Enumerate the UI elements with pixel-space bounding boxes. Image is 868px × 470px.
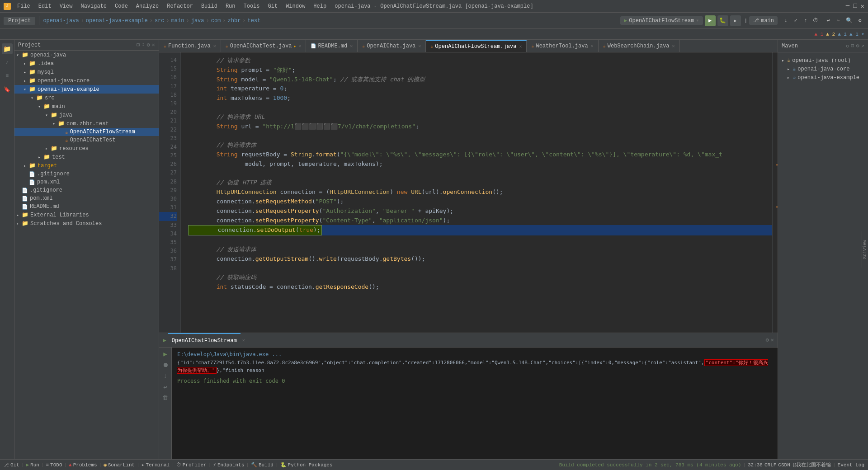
tree-item-target[interactable]: ▸ 📁 target xyxy=(14,161,159,170)
run-settings-icon[interactable]: ⚙ xyxy=(766,337,769,343)
toolbar-search-btn[interactable]: 🔍 xyxy=(844,16,854,25)
tree-item-flowstream[interactable]: ☕ OpenAIChatFlowStream xyxy=(14,128,159,136)
run-output-content[interactable]: E:\develop\Java\bin\java.exe ... {"id":"… xyxy=(172,348,778,459)
run-trash-icon[interactable]: 🗑 xyxy=(162,395,168,401)
maven-item-core[interactable]: ▸ ☕ openai-java-core xyxy=(780,65,866,73)
minimize-button[interactable]: ─ xyxy=(846,2,849,10)
status-todo[interactable]: ≡ TODO xyxy=(46,462,62,468)
menu-view[interactable]: View xyxy=(56,2,76,10)
code-content[interactable]: // 请求参数 String prompt = "你好"; String mod… xyxy=(181,52,772,333)
run-panel-tab[interactable]: OpenAIChatFlowStream xyxy=(168,333,241,347)
code-editor[interactable]: 1415161718 1920212223 2425262728 293031 … xyxy=(159,52,778,333)
maven-refresh-icon[interactable]: ↻ xyxy=(846,42,849,49)
menu-run[interactable]: Run xyxy=(222,2,239,10)
tree-item-resources[interactable]: ▸ 📁 resources xyxy=(14,144,159,153)
tree-item-ext-libs[interactable]: ▸ 📁 External Libraries xyxy=(14,211,159,219)
status-run[interactable]: ▶ Run xyxy=(26,462,39,468)
status-git[interactable]: ⎇ Git xyxy=(4,462,19,468)
run-scroll-icon[interactable]: ↓ xyxy=(163,372,167,380)
tree-item-core[interactable]: ▸ 📁 openai-java-core xyxy=(14,76,159,85)
maven-expand-icon[interactable]: ↗ xyxy=(861,42,864,49)
menu-analyze[interactable]: Analyze xyxy=(132,2,162,10)
status-terminal[interactable]: ▸ Terminal xyxy=(142,462,170,468)
commit-icon[interactable]: ✓ xyxy=(2,57,13,68)
menu-tools[interactable]: Tools xyxy=(240,2,264,10)
run-panel-close[interactable]: ✕ xyxy=(771,337,774,343)
tab-project[interactable]: Project xyxy=(4,17,35,25)
tree-item-chattest[interactable]: ☕ OpenAIChatTest xyxy=(14,136,159,144)
panel-close[interactable]: ✕ xyxy=(152,42,155,48)
debug-button[interactable]: 🐛 xyxy=(717,15,728,26)
panel-icon-1[interactable]: ⊞ xyxy=(137,42,140,48)
toolbar-commit-btn[interactable]: ✓ xyxy=(791,16,800,25)
tree-item-main[interactable]: ▾ 📁 main xyxy=(14,102,159,111)
tree-item-readme[interactable]: 📄 README.md xyxy=(14,202,159,211)
status-sonarlint[interactable]: ◉ SonarLint xyxy=(104,462,135,468)
toolbar-history-btn[interactable]: ⏱ xyxy=(811,16,820,25)
maven-collapse-icon[interactable]: ⊟ xyxy=(851,42,854,49)
menu-help[interactable]: Help xyxy=(310,2,330,10)
run-play-icon[interactable]: ▶ xyxy=(163,337,166,344)
maven-item-root[interactable]: ▸ ☕ openai-java (root) xyxy=(780,56,866,65)
structure-icon[interactable]: ≡ xyxy=(2,70,13,81)
tree-item-idea[interactable]: ▸ 📁 .idea xyxy=(14,59,159,68)
tree-item-test[interactable]: ▸ 📁 test xyxy=(14,153,159,161)
tab-flowstream[interactable]: ☕ OpenAIChatFlowStream.java ✕ xyxy=(426,40,527,52)
menu-window[interactable]: Window xyxy=(282,2,309,10)
tree-item-gitignore1[interactable]: 📄 .gitignore xyxy=(14,170,159,178)
toolbar-update-btn[interactable]: ↓ xyxy=(781,16,790,25)
hint-indicator[interactable]: ▲ 1 xyxy=(838,32,847,37)
tree-item-example[interactable]: ▾ 📁 openai-java-example xyxy=(14,85,159,94)
menu-refactor[interactable]: Refactor xyxy=(163,2,197,10)
tree-item-src[interactable]: ▾ 📁 src xyxy=(14,94,159,102)
git-branch[interactable]: ⎇ main xyxy=(749,16,778,25)
menu-git[interactable]: Git xyxy=(264,2,282,10)
tab-chattest[interactable]: ☕ OpenAIChatTest.java ● ✕ xyxy=(221,40,307,52)
tab-function[interactable]: ☕ Function.java ✕ xyxy=(159,40,221,52)
toolbar-undo-btn[interactable]: ↩ xyxy=(824,16,833,25)
menu-build[interactable]: Build xyxy=(198,2,221,10)
error-indicator[interactable]: ▲ 1 xyxy=(815,32,824,37)
close-button[interactable]: ✕ xyxy=(861,2,864,10)
tab-weathertool[interactable]: ☕ WeatherTool.java ✕ xyxy=(527,40,598,52)
tree-item-mysql[interactable]: ▸ 📁 mysql xyxy=(14,68,159,76)
warning-indicator[interactable]: ▲ 2 xyxy=(826,32,835,37)
maximize-button[interactable]: □ xyxy=(853,2,857,10)
menu-file[interactable]: File xyxy=(14,2,34,10)
status-problems[interactable]: ▲ Problems xyxy=(69,462,97,468)
tab-websearch[interactable]: ☕ WebSearchChain.java ✕ xyxy=(599,40,680,52)
status-python[interactable]: 🐍 Python Packages xyxy=(280,462,333,468)
sciview-sidebar[interactable]: SciView xyxy=(862,231,868,268)
tab-openchat[interactable]: ☕ OpenAIChat.java ✕ xyxy=(358,40,426,52)
coverage-button[interactable]: ▶ xyxy=(730,15,741,26)
breadcrumb-root[interactable]: openai-java xyxy=(43,18,79,24)
toolbar-settings-btn[interactable]: ⚙ xyxy=(855,16,864,25)
status-endpoints[interactable]: ⚡ Endpoints xyxy=(213,462,244,468)
tab-readme[interactable]: 📄 README.md ✕ xyxy=(306,40,358,52)
tree-item-pomxml2[interactable]: 📄 pom.xml xyxy=(14,194,159,202)
tree-item-gitignore2[interactable]: 📄 .gitignore xyxy=(14,186,159,194)
run-tab-close[interactable]: ✕ xyxy=(242,338,245,343)
menu-navigate[interactable]: Navigate xyxy=(77,2,110,10)
tree-item-package[interactable]: ▾ 📁 com.zhbr.test xyxy=(14,119,159,128)
run-wrap-icon[interactable]: ↩ xyxy=(163,383,167,391)
run-button[interactable]: ▶ xyxy=(705,15,716,26)
project-icon[interactable]: 📁 xyxy=(2,43,13,54)
maven-settings-icon[interactable]: ⚙ xyxy=(856,42,859,49)
menu-code[interactable]: Code xyxy=(111,2,132,10)
status-crlf[interactable]: CRLF xyxy=(764,462,776,468)
info-indicator[interactable]: ▲ 1 ▾ xyxy=(849,31,864,37)
event-log[interactable]: Event Log xyxy=(838,462,864,468)
bookmark-icon[interactable]: 🔖 xyxy=(2,84,13,95)
toolbar-redo-btn[interactable]: ↪ xyxy=(834,16,843,25)
run-config-selector[interactable]: ▶ OpenAIChatFlowStream ▾ xyxy=(620,16,703,25)
run-stop-icon[interactable]: ⏺ xyxy=(162,362,169,369)
breadcrumb-example[interactable]: openai-java-example xyxy=(86,18,148,24)
tree-item-java[interactable]: ▾ 📁 java xyxy=(14,111,159,119)
status-profiler[interactable]: ⏱ Profiler xyxy=(176,462,207,468)
panel-icon-3[interactable]: ⚙ xyxy=(147,42,150,48)
tree-item-pomxml1[interactable]: 📄 pom.xml xyxy=(14,178,159,186)
maven-item-example[interactable]: ▸ ☕ openai-java-example xyxy=(780,73,866,82)
tree-item-scratches[interactable]: ▸ 📁 Scratches and Consoles xyxy=(14,219,159,228)
panel-icon-2[interactable]: ↕ xyxy=(142,42,145,48)
